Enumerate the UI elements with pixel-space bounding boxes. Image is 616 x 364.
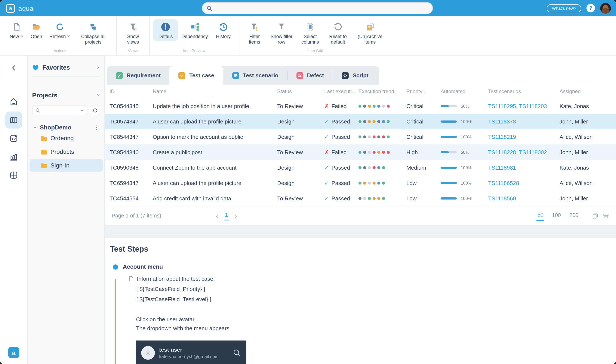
prev-page-button[interactable]: ‹ xyxy=(216,212,218,219)
step-expected-text: The dropdown with the menu appears xyxy=(136,324,616,333)
open-button[interactable]: Open xyxy=(27,19,46,41)
archive-tray-icon[interactable] xyxy=(603,213,609,219)
trend-dot xyxy=(377,151,380,154)
tree-folder-ordering[interactable]: Ordering xyxy=(29,131,103,144)
whats-new-button[interactable]: What's new? xyxy=(547,4,581,12)
dependency-button[interactable]: Dependency xyxy=(178,19,211,41)
rail-item-scripts[interactable] xyxy=(5,130,22,147)
group-caption-item-grid: Item Grid xyxy=(239,49,391,53)
reset-to-default-button[interactable]: Reset to default xyxy=(324,19,352,47)
test-scenarios-link[interactable]: TS1118378 xyxy=(488,118,560,125)
tree-folder-products[interactable]: Products xyxy=(29,145,103,158)
next-page-button[interactable]: › xyxy=(235,212,237,219)
col-id[interactable]: ID xyxy=(110,89,153,94)
table-row[interactable]: TC4544554 Add credit card with invalid d… xyxy=(105,191,616,206)
page-size-100[interactable]: 100 xyxy=(551,211,562,220)
automation-percent: 100% xyxy=(461,119,472,124)
new-button[interactable]: New xyxy=(7,19,27,41)
cell-name: Add credit card with invalid data xyxy=(153,195,277,201)
favorites-header[interactable]: Favorites xyxy=(42,64,93,71)
automation-progress-bar xyxy=(441,197,457,199)
table-row[interactable]: TC0574347 A user can upload the profile … xyxy=(105,114,616,129)
trend-dot xyxy=(382,166,385,169)
automation-percent: 100% xyxy=(461,165,472,170)
projects-header[interactable]: Projects xyxy=(32,91,96,99)
tree-node-shopdemo[interactable]: ShopDemo ⋮ xyxy=(32,124,100,131)
project-search-input[interactable] xyxy=(32,105,87,115)
trend-dot xyxy=(368,104,371,107)
automation-percent: 100% xyxy=(461,181,472,185)
current-page-button[interactable]: 1 xyxy=(224,211,229,221)
table-row[interactable]: TC0544345 Update the job position in a u… xyxy=(105,98,616,114)
trend-dot xyxy=(368,120,371,123)
chevron-right-icon[interactable] xyxy=(96,65,100,69)
filter-items-button[interactable]: Filter items xyxy=(243,19,266,47)
table-row[interactable]: TC8544347 Option to mark the account as … xyxy=(105,129,616,144)
tab-requirement[interactable]: Requirement xyxy=(107,66,170,85)
unarchive-items-button[interactable]: (Un)Archive items xyxy=(352,19,388,47)
col-last-execution[interactable]: Last executi... xyxy=(324,89,358,94)
trend-dot xyxy=(382,197,385,200)
tree-folder-sign-in[interactable]: Sign-In xyxy=(29,159,103,172)
global-search-input[interactable] xyxy=(202,2,433,14)
refresh-tree-button[interactable] xyxy=(90,105,100,115)
help-button[interactable]: ? xyxy=(587,4,595,13)
user-avatar[interactable] xyxy=(600,3,611,13)
test-scenarios-link[interactable]: TS1118560 xyxy=(488,195,560,201)
test-scenarios-link[interactable]: TS1118228, TS1118002 xyxy=(488,149,560,155)
defect-bug-icon xyxy=(296,72,303,79)
test-scenarios-link[interactable]: TS11186528 xyxy=(488,180,560,186)
kebab-menu-icon[interactable]: ⋮ xyxy=(94,124,99,130)
rail-item-reports[interactable] xyxy=(5,148,22,165)
show-views-button[interactable]: Show views xyxy=(120,19,146,47)
test-scenarios-link[interactable]: TS1118295, TS1118203 xyxy=(488,103,560,109)
show-filter-row-button[interactable]: Show filter row xyxy=(266,19,296,47)
tab-defect[interactable]: Defect xyxy=(287,66,333,85)
col-name[interactable]: Name xyxy=(153,89,277,94)
step-title[interactable]: Account menu xyxy=(123,264,163,270)
select-columns-button[interactable]: Select columns xyxy=(296,19,324,47)
history-button[interactable]: History xyxy=(211,19,235,41)
details-button[interactable]: Details xyxy=(153,19,178,41)
collapse-sidebar-button[interactable] xyxy=(11,65,17,73)
test-scenarios-link[interactable]: TS1118981 xyxy=(488,164,560,171)
tab-test-scenario[interactable]: Test scenario xyxy=(223,66,287,85)
cell-execution-trend xyxy=(358,181,406,184)
col-automated[interactable]: Automated xyxy=(441,89,488,94)
rail-item-home[interactable] xyxy=(5,93,22,110)
requirement-icon xyxy=(116,72,123,79)
table-row[interactable]: TC6594347 A user can upload the profile … xyxy=(105,175,616,191)
col-assigned[interactable]: Assigned xyxy=(560,89,616,94)
col-execution-trend[interactable]: Execution trend xyxy=(358,89,406,94)
cell-id: TC4544554 xyxy=(110,195,153,201)
section-gap xyxy=(105,225,616,238)
chevron-down-icon xyxy=(33,125,37,129)
tab-script[interactable]: Script xyxy=(333,66,378,85)
table-row[interactable]: TC0590348 Connect Zoom to the app accoun… xyxy=(105,160,616,175)
content-area: Requirement Test case Test scenario Defe… xyxy=(105,55,616,364)
table-row[interactable]: TC9544340 Create a public post To Review… xyxy=(105,144,616,160)
result-text: Passed xyxy=(331,195,350,201)
cell-automated: 100% xyxy=(441,119,488,124)
trend-dot xyxy=(363,135,366,138)
col-test-scenarios[interactable]: Test scenarios xyxy=(488,89,560,94)
collapse-all-projects-button[interactable]: Collapse all projects xyxy=(74,19,113,47)
refresh-button[interactable]: Refresh xyxy=(46,19,74,41)
rail-item-projects[interactable] xyxy=(5,112,22,129)
page-size-50[interactable]: 50 xyxy=(537,211,544,221)
rail-item-dashboards[interactable] xyxy=(5,167,22,184)
copy-pages-icon[interactable] xyxy=(592,213,599,219)
page-size-200[interactable]: 200 xyxy=(569,211,579,220)
test-scenarios-link[interactable]: TS1118219 xyxy=(488,133,560,140)
cell-priority: Medium xyxy=(406,164,441,171)
top-bar: a aqua What's new? ? xyxy=(0,0,616,16)
step-bullet-icon[interactable] xyxy=(113,264,118,269)
trend-dot xyxy=(382,151,385,154)
cell-assigned: Kate, Jonas xyxy=(560,164,616,171)
details-exclamation-icon xyxy=(160,21,171,32)
tab-test-case[interactable]: Test case xyxy=(170,66,223,85)
chevron-down-icon[interactable] xyxy=(96,93,100,97)
col-status[interactable]: Status xyxy=(277,89,324,94)
col-priority[interactable]: Priority ↓ xyxy=(406,89,441,94)
trend-dot xyxy=(358,120,361,123)
